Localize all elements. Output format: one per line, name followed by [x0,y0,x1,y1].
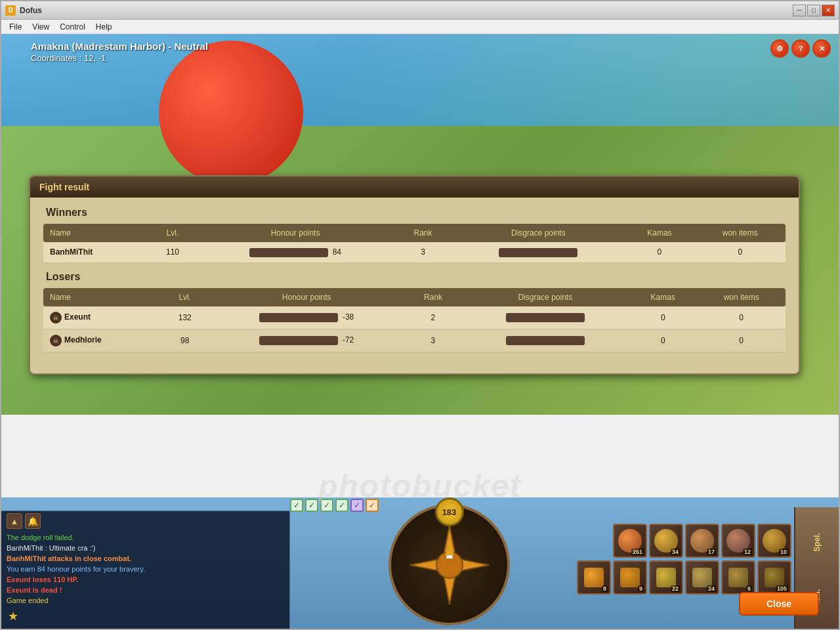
compass-area: 183 [388,504,510,625]
item-slot-5-number: 6 [746,585,752,592]
chat-up-arrow[interactable]: ▲ [7,513,22,529]
col-items-header: won items [695,224,786,242]
item-slot-3[interactable]: 22 [649,560,683,595]
winner-disgrace-0 [452,242,624,262]
item-slot-2-number: 9 [638,585,644,592]
col-rank-header: Rank [394,224,453,242]
maximize-button[interactable]: □ [807,5,820,16]
col-disgrace-header: Disgrace points [452,224,624,242]
loser-row-0: ☠Exeunt 132 -38 2 0 0 [43,306,786,329]
menu-file[interactable]: File [4,21,27,33]
item-slot-6[interactable]: 105 [757,560,791,595]
action-check-1[interactable]: ✓ [290,499,303,512]
chat-icon-btn[interactable]: 🔔 [25,513,41,529]
compass: 183 [388,504,510,625]
window-frame: D Dofus ─ □ ✕ File View Control Help Ama… [0,0,840,630]
window-title: Dofus [20,6,793,15]
skull-icon: ☠ [50,312,62,324]
winner-lvl-0: 110 [148,242,198,262]
loser-rank-0: 2 [404,306,461,329]
close-fight-button[interactable]: Close [739,592,819,616]
col-lvl-header: Lvl. [148,224,198,242]
location-bar: Amakna (Madrestam Harbor) - Neutral Coor… [31,41,208,63]
loser-honour-0: -38 [209,306,404,329]
slot-1[interactable]: 261 [613,524,647,558]
minimize-button[interactable]: ─ [793,5,806,16]
menu-control[interactable]: Control [54,21,91,33]
col-rank-header-l: Rank [404,288,461,306]
col-name-header: Name [43,224,148,242]
loser-items-1: 0 [697,329,786,352]
loser-items-0: 0 [697,306,786,329]
winner-name-0: BanhMiThit [43,242,148,262]
star-rating[interactable]: ★ [8,609,18,623]
action-check-5[interactable]: ✓ [350,499,364,512]
menu-view[interactable]: View [27,21,54,33]
losers-table: Name Lvl. Honour points Rank Disgrace po… [43,288,786,352]
slot-3[interactable]: 17 [685,524,719,558]
chat-message-1: The dodge roll failed. [7,532,284,543]
winners-label: Winners [43,207,786,219]
winner-rank-0: 3 [394,242,453,262]
slot-4-number: 12 [743,549,752,555]
chat-message-4: You earn 84 honour points for your brave… [7,564,284,574]
chat-log: ▲ 🔔 The dodge roll failed. BanhMiThit : … [1,511,290,629]
chat-message-2: BanhMiThit : Ultimate cra :') [7,543,284,553]
top-right-buttons: ⚙ ? ✕ [770,39,831,58]
winner-items-0: 0 [695,242,786,262]
loser-disgrace-1 [462,329,629,352]
col-kamas-header: Kamas [624,224,694,242]
skull-icon: ☠ [50,335,62,346]
coordinates: Coordinates : 12, -1 [31,53,208,63]
fight-result-modal: Fight result Winners Name Lvl. Honour po… [29,175,800,375]
loser-kamas-1: 0 [629,329,697,352]
loser-rank-1: 3 [404,329,461,352]
item-slot-5[interactable]: 6 [721,560,755,595]
winner-row-0: BanhMiThit 110 84 3 0 0 [43,242,786,262]
menu-help[interactable]: Help [91,21,117,33]
help-button[interactable]: ? [791,39,810,58]
item-slot-4-number: 24 [707,585,716,592]
loser-row-1: ☠Medhlorie 98 -72 3 0 0 [43,329,786,352]
window-close-button[interactable]: ✕ [822,5,835,16]
spells-tab[interactable]: Spel. [810,530,824,555]
col-honour-header: Honour points [197,224,393,242]
hp-value: 183 [442,507,457,517]
action-check-6[interactable]: ✓ [366,499,379,512]
modal-content: Winners Name Lvl. Honour points Rank Dis… [30,198,799,373]
location-name: Amakna (Madrestam Harbor) - Neutral [31,41,208,52]
hp-badge: 183 [435,497,464,526]
chat-message-3: BanhMiThit attacks in close combat. [7,553,284,564]
slot-2[interactable]: 34 [649,524,683,558]
action-check-3[interactable]: ✓ [320,499,333,512]
loser-name-0: ☠Exeunt [43,306,161,329]
chat-message-7: Game ended [7,595,284,606]
action-check-4[interactable]: ✓ [335,499,348,512]
col-honour-header-l: Honour points [209,288,404,306]
item-slot-4[interactable]: 24 [685,560,719,595]
action-check-2[interactable]: ✓ [305,499,318,512]
winner-honour-0: 84 [197,242,393,262]
menu-bar: File View Control Help [1,20,839,34]
window-controls: ─ □ ✕ [793,5,835,16]
slot-4[interactable]: 12 [721,524,755,558]
item-slot-3-number: 22 [671,585,680,592]
item-slot-1-number: 8 [602,585,608,592]
item-slot-2[interactable]: 9 [613,560,647,595]
item-slot-1[interactable]: 8 [577,560,611,595]
loser-lvl-1: 98 [161,329,209,352]
slot-5[interactable]: 10 [757,524,791,558]
col-items-header-l: won items [697,288,786,306]
slot-5-number: 10 [779,549,788,555]
loser-name-1: ☠Medhlorie [43,329,161,352]
item-slots-row2: 8 9 22 24 6 105 [577,560,791,595]
settings-button[interactable]: ⚙ [770,39,789,58]
close-game-button[interactable]: ✕ [812,39,831,58]
col-disgrace-header-l: Disgrace points [462,288,629,306]
loser-kamas-0: 0 [629,306,697,329]
slot-3-number: 17 [707,549,716,555]
winner-kamas-0: 0 [624,242,694,262]
col-lvl-header-l: Lvl. [161,288,209,306]
col-name-header-l: Name [43,288,161,306]
loser-honour-1: -72 [209,329,404,352]
